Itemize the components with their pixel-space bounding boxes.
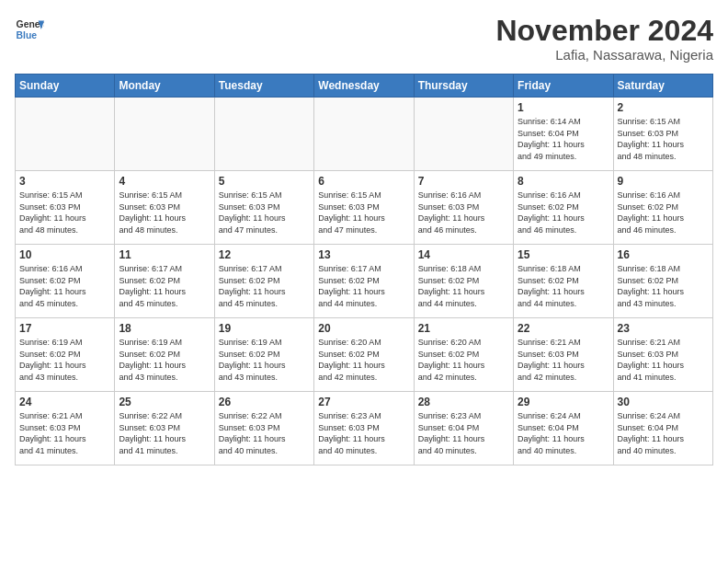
calendar-cell: 22Sunrise: 6:21 AM Sunset: 6:03 PM Dayli…	[514, 318, 613, 392]
weekday-header-cell: Wednesday	[314, 75, 414, 98]
day-number: 7	[418, 175, 509, 188]
calendar-cell: 25Sunrise: 6:22 AM Sunset: 6:03 PM Dayli…	[115, 392, 214, 465]
day-number: 9	[618, 175, 709, 188]
day-info: Sunrise: 6:24 AM Sunset: 6:04 PM Dayligh…	[518, 410, 609, 456]
day-info: Sunrise: 6:16 AM Sunset: 6:02 PM Dayligh…	[618, 190, 709, 236]
calendar-cell: 9Sunrise: 6:16 AM Sunset: 6:02 PM Daylig…	[613, 171, 712, 245]
day-info: Sunrise: 6:20 AM Sunset: 6:02 PM Dayligh…	[418, 337, 509, 383]
day-number: 30	[618, 396, 709, 408]
calendar-cell: 21Sunrise: 6:20 AM Sunset: 6:02 PM Dayli…	[414, 318, 513, 392]
day-number: 29	[518, 396, 609, 408]
calendar-cell	[115, 98, 214, 171]
calendar-cell	[214, 98, 313, 171]
day-number: 23	[618, 322, 709, 335]
day-number: 10	[19, 248, 110, 261]
logo-icon: General Blue	[15, 15, 44, 44]
day-info: Sunrise: 6:15 AM Sunset: 6:03 PM Dayligh…	[19, 190, 110, 236]
day-info: Sunrise: 6:15 AM Sunset: 6:03 PM Dayligh…	[219, 190, 310, 236]
calendar-cell: 14Sunrise: 6:18 AM Sunset: 6:02 PM Dayli…	[414, 245, 513, 318]
day-number: 28	[418, 396, 509, 408]
day-number: 26	[219, 396, 310, 408]
calendar-cell	[16, 98, 115, 171]
calendar-week-row: 1Sunrise: 6:14 AM Sunset: 6:04 PM Daylig…	[16, 98, 713, 171]
calendar-cell: 1Sunrise: 6:14 AM Sunset: 6:04 PM Daylig…	[514, 98, 613, 171]
day-info: Sunrise: 6:20 AM Sunset: 6:02 PM Dayligh…	[318, 337, 409, 383]
day-info: Sunrise: 6:19 AM Sunset: 6:02 PM Dayligh…	[119, 337, 210, 383]
day-info: Sunrise: 6:18 AM Sunset: 6:02 PM Dayligh…	[418, 263, 509, 309]
calendar-cell: 15Sunrise: 6:18 AM Sunset: 6:02 PM Dayli…	[514, 245, 613, 318]
day-info: Sunrise: 6:22 AM Sunset: 6:03 PM Dayligh…	[219, 410, 310, 456]
day-info: Sunrise: 6:15 AM Sunset: 6:03 PM Dayligh…	[318, 190, 409, 236]
location-subtitle: Lafia, Nassarawa, Nigeria	[495, 47, 713, 63]
calendar-cell: 29Sunrise: 6:24 AM Sunset: 6:04 PM Dayli…	[514, 392, 613, 465]
day-number: 22	[518, 322, 609, 335]
day-info: Sunrise: 6:21 AM Sunset: 6:03 PM Dayligh…	[618, 337, 709, 383]
weekday-header-cell: Tuesday	[214, 75, 313, 98]
day-number: 19	[219, 322, 310, 335]
day-number: 5	[219, 175, 310, 188]
calendar-cell: 30Sunrise: 6:24 AM Sunset: 6:04 PM Dayli…	[613, 392, 712, 465]
day-info: Sunrise: 6:15 AM Sunset: 6:03 PM Dayligh…	[119, 190, 210, 236]
day-info: Sunrise: 6:23 AM Sunset: 6:04 PM Dayligh…	[418, 410, 509, 456]
day-number: 8	[518, 175, 609, 188]
logo: General Blue	[15, 15, 44, 44]
day-number: 16	[618, 248, 709, 261]
calendar-cell: 17Sunrise: 6:19 AM Sunset: 6:02 PM Dayli…	[16, 318, 115, 392]
calendar-cell: 12Sunrise: 6:17 AM Sunset: 6:02 PM Dayli…	[214, 245, 313, 318]
day-info: Sunrise: 6:21 AM Sunset: 6:03 PM Dayligh…	[19, 410, 110, 456]
calendar-cell: 11Sunrise: 6:17 AM Sunset: 6:02 PM Dayli…	[115, 245, 214, 318]
weekday-header-cell: Thursday	[414, 75, 513, 98]
calendar-week-row: 24Sunrise: 6:21 AM Sunset: 6:03 PM Dayli…	[16, 392, 713, 465]
day-info: Sunrise: 6:16 AM Sunset: 6:02 PM Dayligh…	[19, 263, 110, 309]
day-number: 18	[119, 322, 210, 335]
weekday-header-cell: Friday	[514, 75, 613, 98]
day-number: 6	[318, 175, 409, 188]
day-number: 2	[618, 101, 709, 114]
day-number: 17	[19, 322, 110, 335]
day-number: 24	[19, 396, 110, 408]
calendar-cell	[414, 98, 513, 171]
calendar-cell: 10Sunrise: 6:16 AM Sunset: 6:02 PM Dayli…	[16, 245, 115, 318]
calendar-cell: 27Sunrise: 6:23 AM Sunset: 6:03 PM Dayli…	[314, 392, 414, 465]
calendar-cell: 18Sunrise: 6:19 AM Sunset: 6:02 PM Dayli…	[115, 318, 214, 392]
page-header: General Blue November 2024 Lafia, Nassar…	[15, 15, 713, 63]
weekday-header-row: SundayMondayTuesdayWednesdayThursdayFrid…	[16, 75, 713, 98]
day-number: 1	[518, 101, 609, 114]
calendar-body: 1Sunrise: 6:14 AM Sunset: 6:04 PM Daylig…	[16, 98, 713, 465]
weekday-header-cell: Monday	[115, 75, 214, 98]
day-number: 11	[119, 248, 210, 261]
calendar-cell: 28Sunrise: 6:23 AM Sunset: 6:04 PM Dayli…	[414, 392, 513, 465]
calendar-cell	[314, 98, 414, 171]
calendar-cell: 7Sunrise: 6:16 AM Sunset: 6:03 PM Daylig…	[414, 171, 513, 245]
calendar-header: SundayMondayTuesdayWednesdayThursdayFrid…	[16, 75, 713, 98]
calendar-table: SundayMondayTuesdayWednesdayThursdayFrid…	[15, 74, 713, 465]
day-info: Sunrise: 6:17 AM Sunset: 6:02 PM Dayligh…	[119, 263, 210, 309]
day-number: 27	[318, 396, 409, 408]
day-info: Sunrise: 6:19 AM Sunset: 6:02 PM Dayligh…	[219, 337, 310, 383]
day-info: Sunrise: 6:14 AM Sunset: 6:04 PM Dayligh…	[518, 116, 609, 162]
calendar-cell: 5Sunrise: 6:15 AM Sunset: 6:03 PM Daylig…	[214, 171, 313, 245]
day-number: 14	[418, 248, 509, 261]
day-number: 15	[518, 248, 609, 261]
day-info: Sunrise: 6:15 AM Sunset: 6:03 PM Dayligh…	[618, 116, 709, 162]
calendar-week-row: 3Sunrise: 6:15 AM Sunset: 6:03 PM Daylig…	[16, 171, 713, 245]
weekday-header-cell: Sunday	[16, 75, 115, 98]
day-number: 13	[318, 248, 409, 261]
day-number: 20	[318, 322, 409, 335]
calendar-cell: 26Sunrise: 6:22 AM Sunset: 6:03 PM Dayli…	[214, 392, 313, 465]
day-number: 12	[219, 248, 310, 261]
calendar-cell: 2Sunrise: 6:15 AM Sunset: 6:03 PM Daylig…	[613, 98, 712, 171]
calendar-cell: 13Sunrise: 6:17 AM Sunset: 6:02 PM Dayli…	[314, 245, 414, 318]
calendar-cell: 16Sunrise: 6:18 AM Sunset: 6:02 PM Dayli…	[613, 245, 712, 318]
calendar-week-row: 10Sunrise: 6:16 AM Sunset: 6:02 PM Dayli…	[16, 245, 713, 318]
calendar-cell: 3Sunrise: 6:15 AM Sunset: 6:03 PM Daylig…	[16, 171, 115, 245]
day-info: Sunrise: 6:24 AM Sunset: 6:04 PM Dayligh…	[618, 410, 709, 456]
day-number: 4	[119, 175, 210, 188]
calendar-cell: 4Sunrise: 6:15 AM Sunset: 6:03 PM Daylig…	[115, 171, 214, 245]
day-info: Sunrise: 6:19 AM Sunset: 6:02 PM Dayligh…	[19, 337, 110, 383]
calendar-cell: 24Sunrise: 6:21 AM Sunset: 6:03 PM Dayli…	[16, 392, 115, 465]
title-block: November 2024 Lafia, Nassarawa, Nigeria	[495, 15, 713, 63]
day-info: Sunrise: 6:17 AM Sunset: 6:02 PM Dayligh…	[219, 263, 310, 309]
day-info: Sunrise: 6:18 AM Sunset: 6:02 PM Dayligh…	[518, 263, 609, 309]
month-title: November 2024	[495, 15, 713, 47]
